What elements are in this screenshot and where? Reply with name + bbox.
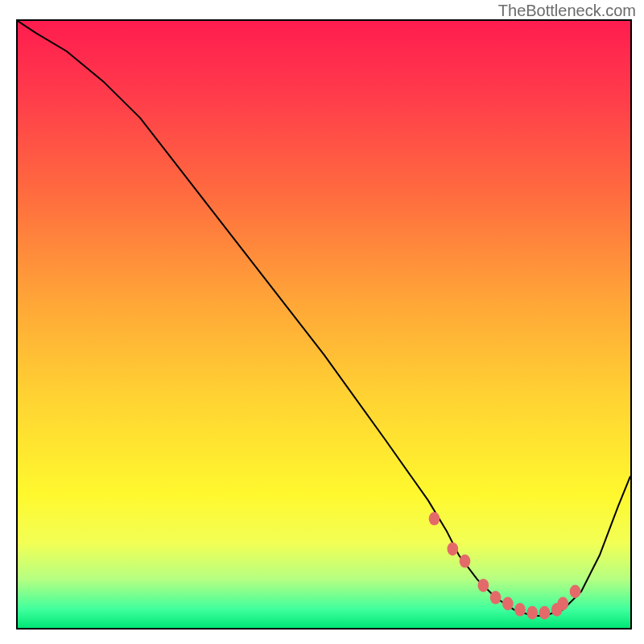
highlight-dot — [502, 597, 514, 611]
plot-area — [16, 19, 632, 630]
highlight-dot — [447, 543, 458, 556]
highlight-dot — [570, 584, 581, 598]
highlight-dot — [478, 579, 489, 592]
chart-svg — [18, 21, 630, 628]
highlight-dot — [557, 597, 568, 611]
highlight-dot — [526, 606, 538, 620]
highlight-dot — [429, 512, 440, 526]
highlight-dot — [514, 603, 526, 617]
highlight-dot — [490, 591, 502, 605]
highlight-dot — [539, 606, 551, 620]
chart-frame: TheBottleneck.com — [0, 0, 644, 644]
highlight-markers — [429, 512, 581, 619]
bottleneck-curve — [18, 21, 630, 616]
attribution-text: TheBottleneck.com — [498, 2, 636, 20]
highlight-dot — [460, 555, 471, 568]
